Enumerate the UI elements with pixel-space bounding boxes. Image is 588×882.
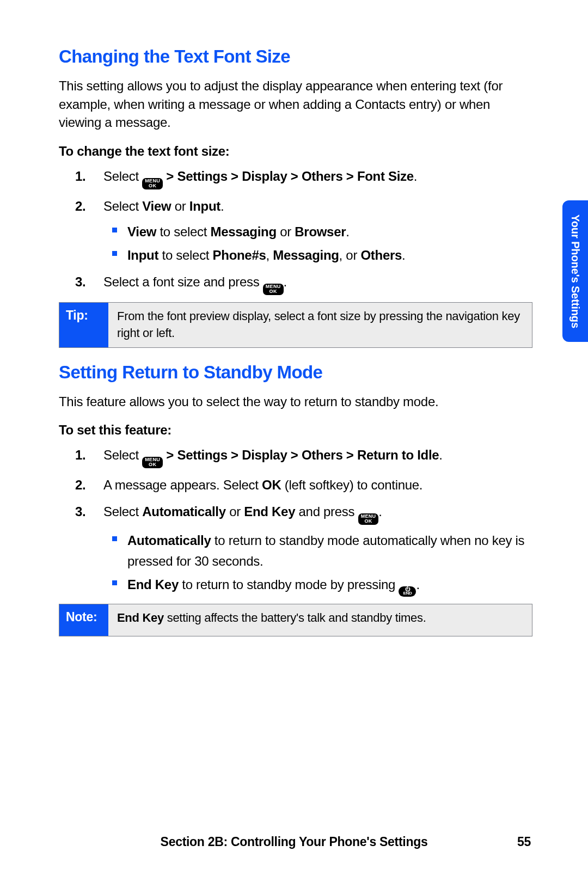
note-text: End Key setting affects the battery's ta… [108,604,532,636]
substeps-step2: View to select Messaging or Browser. Inp… [107,222,532,265]
page-footer: Section 2B: Controlling Your Phone's Set… [0,835,588,849]
section-tab-label: Your Phone's Settings [569,215,581,328]
intro-standby: This feature allows you to select the wa… [59,393,532,411]
substep-view: View to select Messaging or Browser. [127,222,532,242]
substeps-step3: Automatically to return to standby mode … [107,530,532,596]
end-key-icon: ⏻END [399,586,416,597]
substep-auto: Automatically to return to standby mode … [127,530,532,571]
tip-box: Tip: From the font preview display, sele… [59,302,532,348]
heading-standby: Setting Return to Standby Mode [59,362,532,383]
substep-endkey: End Key to return to standby mode by pre… [127,574,532,597]
tip-label: Tip: [59,303,108,347]
subhead-font-size: To change the text font size: [59,144,532,159]
note-label: Note: [59,604,108,636]
footer-text: Section 2B: Controlling Your Phone's Set… [161,835,428,849]
tip-text: From the font preview display, select a … [108,303,532,347]
intro-font-size: This setting allows you to adjust the di… [59,77,532,132]
menu-ok-key-icon: MENUOK [142,178,163,189]
step-3: 3. Select a font size and press MENUOK. [103,272,532,295]
step-2: 2. Select View or Input. View to select … [103,197,532,265]
steps-standby: 1. Select MENUOK > Settings > Display > … [59,445,532,596]
heading-font-size: Changing the Text Font Size [59,46,532,67]
section-tab: Your Phone's Settings [562,200,588,342]
steps-font-size: 1. Select MENUOK > Settings > Display > … [59,167,532,295]
note-box: Note: End Key setting affects the batter… [59,604,532,636]
menu-ok-key-icon: MENUOK [142,457,163,468]
menu-ok-key-icon: MENUOK [358,513,379,525]
page-content: Changing the Text Font Size This setting… [59,46,532,651]
substep-input: Input to select Phone#s, Messaging, or O… [127,245,532,265]
subhead-standby: To set this feature: [59,422,532,438]
step-2: 2. A message appears. Select OK (left so… [103,475,532,495]
step-3: 3. Select Automatically or End Key and p… [103,502,532,596]
step-1: 1. Select MENUOK > Settings > Display > … [103,445,532,468]
step-1: 1. Select MENUOK > Settings > Display > … [103,167,532,189]
page-number: 55 [517,835,531,849]
menu-ok-key-icon: MENUOK [263,284,284,295]
